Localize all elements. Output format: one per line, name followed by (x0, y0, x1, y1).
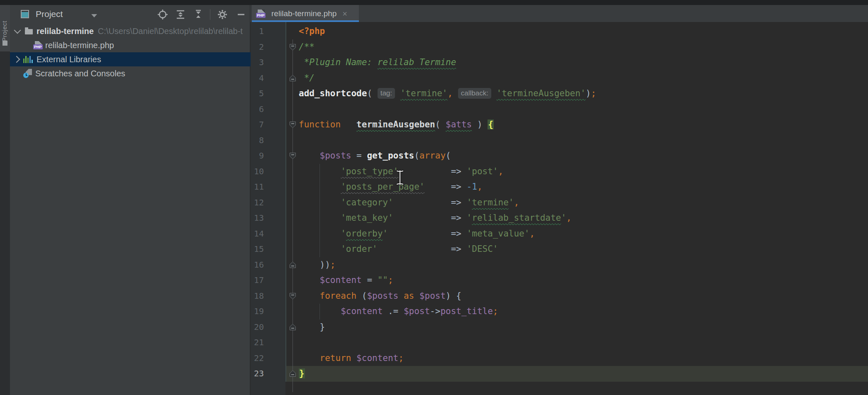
line-number[interactable]: 18 (249, 288, 264, 304)
line-number[interactable]: 22 (249, 351, 264, 366)
line-number[interactable]: 9 (249, 148, 264, 164)
fold-end-icon[interactable] (289, 324, 296, 331)
line-number[interactable]: 4 (249, 71, 264, 86)
token: return (320, 353, 351, 363)
code-line-13[interactable]: 'meta_key' => 'relilab_startdate', (299, 210, 838, 226)
line-number[interactable]: 21 (249, 335, 264, 351)
token: 'post' (467, 166, 498, 176)
token: 'DESC' (467, 244, 498, 254)
code-line-3[interactable]: *Plugin Name: relilab Termine (299, 55, 838, 71)
line-number[interactable]: 6 (249, 102, 264, 117)
token (299, 291, 320, 301)
code-line-14[interactable]: 'orderby' => 'meta_value', (299, 226, 838, 242)
fold-end-icon[interactable] (289, 370, 296, 377)
token: /** (299, 42, 315, 52)
code-line-6[interactable] (299, 102, 838, 117)
token: } (299, 322, 325, 332)
code-editor[interactable]: 1<?php2/**3 *Plugin Name: relilab Termin… (0, 0, 868, 395)
token: ( (414, 151, 419, 161)
code-line-7[interactable]: function termineAusgeben( $atts ) { (299, 117, 838, 133)
token: $content (320, 275, 362, 285)
code-line-11[interactable]: 'posts_per_page' => -1, (299, 179, 838, 195)
code-line-10[interactable]: 'post_type' => 'post', (299, 164, 838, 180)
token (299, 353, 320, 363)
token: , (529, 229, 535, 239)
line-number[interactable]: 15 (249, 241, 264, 257)
code-line-19[interactable]: $content .= $post->post_title; (299, 304, 838, 319)
token: $content (356, 353, 398, 363)
fold-collapse-icon[interactable] (289, 293, 296, 300)
line-number[interactable]: 5 (249, 86, 264, 102)
line-number[interactable]: 11 (249, 179, 264, 195)
token (393, 198, 451, 207)
code-line-8[interactable] (299, 133, 838, 149)
token: callback: (458, 88, 491, 99)
token: => (451, 229, 467, 239)
ide-window: Project Project (0, 0, 868, 395)
token: ( (435, 119, 446, 129)
line-number[interactable]: 14 (249, 226, 264, 242)
token: 'termineAusgeben' (497, 88, 586, 98)
token: ; (398, 353, 404, 363)
line-number[interactable]: 20 (249, 319, 264, 335)
line-number[interactable]: 13 (249, 210, 264, 226)
token (299, 244, 341, 254)
code-line-5[interactable]: add_shortcode( tag: 'termine', callback:… (299, 86, 838, 102)
token: , (498, 166, 503, 176)
token: => (451, 166, 467, 176)
line-number[interactable]: 23 (249, 366, 264, 382)
code-line-21[interactable] (299, 335, 838, 351)
token (351, 353, 356, 363)
token (299, 166, 341, 176)
token (393, 213, 451, 223)
line-number[interactable]: 8 (249, 133, 264, 149)
code-line-23[interactable]: } (299, 366, 838, 382)
line-number[interactable]: 2 (249, 39, 264, 55)
line-number[interactable]: 1 (249, 24, 264, 39)
token: termineAusgeben (356, 119, 435, 129)
line-number[interactable]: 10 (249, 164, 264, 180)
code-line-12[interactable]: 'category' => 'termine', (299, 195, 838, 211)
token: = (351, 151, 367, 161)
token: ( (367, 88, 377, 98)
token: )) (299, 260, 330, 270)
token: ' (341, 229, 346, 239)
code-line-15[interactable]: 'order' => 'DESC' (299, 241, 838, 257)
code-line-9[interactable]: $posts = get_posts(array( (299, 148, 838, 164)
code-line-2[interactable]: /** (299, 39, 838, 55)
fold-collapse-icon[interactable] (289, 44, 296, 51)
code-line-22[interactable]: return $content; (299, 351, 838, 366)
token (424, 182, 451, 192)
code-line-20[interactable]: } (299, 319, 838, 335)
line-number[interactable]: 12 (249, 195, 264, 211)
token: ' (467, 213, 472, 223)
line-number[interactable]: 19 (249, 304, 264, 319)
token: , (447, 88, 453, 98)
line-number[interactable]: 7 (249, 117, 264, 133)
token (388, 229, 451, 239)
token: ; (493, 306, 498, 316)
fold-end-icon[interactable] (289, 75, 296, 82)
code-line-4[interactable]: */ (299, 71, 838, 86)
fold-collapse-icon[interactable] (289, 121, 296, 128)
token (491, 88, 497, 98)
token: relilab_startdate (472, 213, 561, 223)
token: 'meta_value' (467, 229, 530, 239)
line-number[interactable]: 17 (249, 273, 264, 288)
token: post_title (440, 306, 493, 316)
line-number[interactable]: 3 (249, 55, 264, 71)
code-line-18[interactable]: foreach ($posts as $post) { (299, 288, 838, 304)
token: $atts (446, 119, 472, 129)
token: relilab Termine (378, 57, 456, 67)
fold-collapse-icon[interactable] (289, 152, 296, 159)
token: } (299, 368, 305, 378)
token: function (299, 119, 341, 129)
code-line-16[interactable]: )); (299, 257, 838, 273)
token: .= (383, 306, 404, 316)
code-line-1[interactable]: <?php (299, 24, 838, 39)
token: ) (586, 88, 591, 98)
token (299, 151, 320, 161)
code-line-17[interactable]: $content = ""; (299, 273, 838, 288)
line-number[interactable]: 16 (249, 257, 264, 273)
fold-end-icon[interactable] (289, 261, 296, 268)
